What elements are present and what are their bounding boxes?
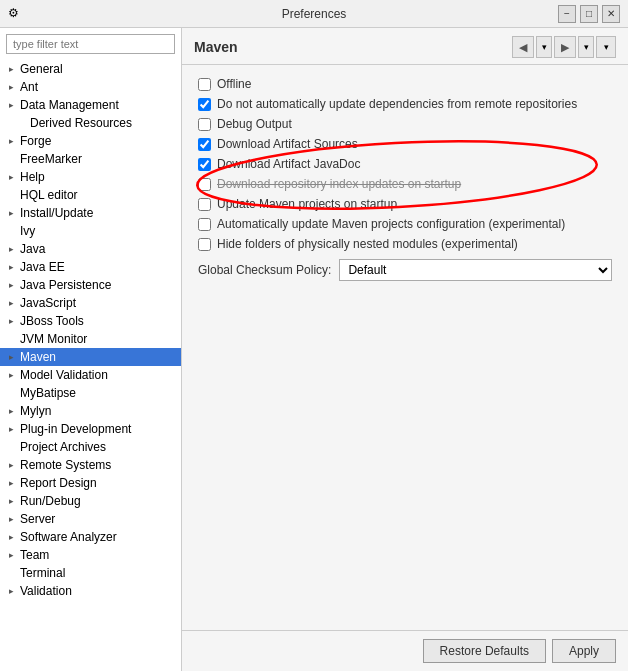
- sidebar-item-label-javascript: JavaScript: [18, 296, 76, 310]
- sidebar-item-maven[interactable]: Maven: [0, 348, 181, 366]
- sidebar-item-label-freemarker: FreeMarker: [18, 152, 82, 166]
- sidebar-item-help[interactable]: Help: [0, 168, 181, 186]
- tree-arrow-java: [4, 242, 18, 256]
- sidebar-item-label-remote-systems: Remote Systems: [18, 458, 111, 472]
- checksum-select[interactable]: DefaultFailIgnoreWarn: [339, 259, 612, 281]
- checkbox-update-maven[interactable]: [198, 198, 211, 211]
- tree-arrow-derived-resources: [14, 116, 28, 130]
- checkbox-label-update-maven[interactable]: Update Maven projects on startup: [217, 197, 397, 211]
- sidebar-item-terminal[interactable]: Terminal: [0, 564, 181, 582]
- maximize-button[interactable]: □: [580, 5, 598, 23]
- tree-arrow-team: [4, 548, 18, 562]
- checkbox-label-download-sources[interactable]: Download Artifact Sources: [217, 137, 358, 151]
- sidebar-item-team[interactable]: Team: [0, 546, 181, 564]
- sidebar-item-java[interactable]: Java: [0, 240, 181, 258]
- content-panel: Maven ◀ ▾ ▶ ▾ ▾ OfflineDo not automatica…: [182, 28, 628, 671]
- sidebar-item-javascript[interactable]: JavaScript: [0, 294, 181, 312]
- tree-arrow-run-debug: [4, 494, 18, 508]
- panel-toolbar: ◀ ▾ ▶ ▾ ▾: [512, 36, 616, 58]
- toolbar-menu-dropdown[interactable]: ▾: [596, 36, 616, 58]
- checkbox-download-sources[interactable]: [198, 138, 211, 151]
- sidebar-item-ant[interactable]: Ant: [0, 78, 181, 96]
- sidebar-item-run-debug[interactable]: Run/Debug: [0, 492, 181, 510]
- sidebar-item-remote-systems[interactable]: Remote Systems: [0, 456, 181, 474]
- tree-container: GeneralAntData ManagementDerived Resourc…: [0, 60, 181, 671]
- sidebar-item-project-archives[interactable]: Project Archives: [0, 438, 181, 456]
- apply-button[interactable]: Apply: [552, 639, 616, 663]
- sidebar-item-label-model-validation: Model Validation: [18, 368, 108, 382]
- tree-arrow-forge: [4, 134, 18, 148]
- checkbox-debug-output[interactable]: [198, 118, 211, 131]
- sidebar-item-java-ee[interactable]: Java EE: [0, 258, 181, 276]
- sidebar-item-plugin-development[interactable]: Plug-in Development: [0, 420, 181, 438]
- checkbox-label-download-index[interactable]: Download repository index updates on sta…: [217, 177, 461, 191]
- sidebar-item-server[interactable]: Server: [0, 510, 181, 528]
- checkbox-no-auto-update[interactable]: [198, 98, 211, 111]
- tree-arrow-remote-systems: [4, 458, 18, 472]
- minimize-button[interactable]: −: [558, 5, 576, 23]
- sidebar-item-label-java-persistence: Java Persistence: [18, 278, 111, 292]
- sidebar-item-label-run-debug: Run/Debug: [18, 494, 81, 508]
- panel-content: OfflineDo not automatically update depen…: [182, 65, 628, 630]
- toolbar-back-dropdown[interactable]: ▾: [536, 36, 552, 58]
- sidebar-item-java-persistence[interactable]: Java Persistence: [0, 276, 181, 294]
- sidebar-item-validation[interactable]: Validation: [0, 582, 181, 600]
- sidebar-item-label-maven: Maven: [18, 350, 56, 364]
- sidebar-item-report-design[interactable]: Report Design: [0, 474, 181, 492]
- app-icon: ⚙: [8, 6, 24, 22]
- sidebar-item-label-server: Server: [18, 512, 55, 526]
- checkbox-hide-nested[interactable]: [198, 238, 211, 251]
- tree-arrow-plugin-development: [4, 422, 18, 436]
- toolbar-forward-btn[interactable]: ▶: [554, 36, 576, 58]
- title-bar-left: ⚙: [8, 6, 24, 22]
- window-title: Preferences: [0, 7, 628, 21]
- sidebar-item-jvm-monitor[interactable]: JVM Monitor: [0, 330, 181, 348]
- sidebar-item-forge[interactable]: Forge: [0, 132, 181, 150]
- sidebar-item-derived-resources[interactable]: Derived Resources: [0, 114, 181, 132]
- option-row-auto-update-config: Automatically update Maven projects conf…: [198, 217, 612, 231]
- sidebar-item-mylyn[interactable]: Mylyn: [0, 402, 181, 420]
- sidebar-item-install-update[interactable]: Install/Update: [0, 204, 181, 222]
- sidebar-item-hql-editor[interactable]: HQL editor: [0, 186, 181, 204]
- sidebar-item-data-management[interactable]: Data Management: [0, 96, 181, 114]
- restore-defaults-button[interactable]: Restore Defaults: [423, 639, 546, 663]
- sidebar-item-ivy[interactable]: Ivy: [0, 222, 181, 240]
- option-row-download-javadoc: Download Artifact JavaDoc: [198, 157, 612, 171]
- tree-arrow-javascript: [4, 296, 18, 310]
- close-button[interactable]: ✕: [602, 5, 620, 23]
- option-row-debug-output: Debug Output: [198, 117, 612, 131]
- sidebar: GeneralAntData ManagementDerived Resourc…: [0, 28, 182, 671]
- toolbar-back-btn[interactable]: ◀: [512, 36, 534, 58]
- checkbox-label-download-javadoc[interactable]: Download Artifact JavaDoc: [217, 157, 360, 171]
- tree-arrow-validation: [4, 584, 18, 598]
- sidebar-item-general[interactable]: General: [0, 60, 181, 78]
- panel-content-wrapper: OfflineDo not automatically update depen…: [182, 65, 628, 630]
- checkbox-label-debug-output[interactable]: Debug Output: [217, 117, 292, 131]
- tree-arrow-install-update: [4, 206, 18, 220]
- sidebar-item-freemarker[interactable]: FreeMarker: [0, 150, 181, 168]
- checkbox-offline[interactable]: [198, 78, 211, 91]
- option-row-download-index: Download repository index updates on sta…: [198, 177, 612, 191]
- checkbox-label-offline[interactable]: Offline: [217, 77, 251, 91]
- checkbox-label-hide-nested[interactable]: Hide folders of physically nested module…: [217, 237, 518, 251]
- title-bar-controls: − □ ✕: [558, 5, 620, 23]
- checkbox-download-javadoc[interactable]: [198, 158, 211, 171]
- toolbar-forward-dropdown[interactable]: ▾: [578, 36, 594, 58]
- checkbox-label-no-auto-update[interactable]: Do not automatically update dependencies…: [217, 97, 577, 111]
- sidebar-item-jboss-tools[interactable]: JBoss Tools: [0, 312, 181, 330]
- tree-arrow-data-management: [4, 98, 18, 112]
- sidebar-item-label-validation: Validation: [18, 584, 72, 598]
- panel-title: Maven: [194, 39, 238, 55]
- sidebar-item-mybatipse[interactable]: MyBatipse: [0, 384, 181, 402]
- checkbox-download-index[interactable]: [198, 178, 211, 191]
- sidebar-item-model-validation[interactable]: Model Validation: [0, 366, 181, 384]
- sidebar-item-software-analyzer[interactable]: Software Analyzer: [0, 528, 181, 546]
- sidebar-item-label-mylyn: Mylyn: [18, 404, 51, 418]
- sidebar-item-label-project-archives: Project Archives: [18, 440, 106, 454]
- checkbox-label-auto-update-config[interactable]: Automatically update Maven projects conf…: [217, 217, 565, 231]
- checkbox-auto-update-config[interactable]: [198, 218, 211, 231]
- sidebar-item-label-jboss-tools: JBoss Tools: [18, 314, 84, 328]
- tree-arrow-terminal: [4, 566, 18, 580]
- sidebar-item-label-plugin-development: Plug-in Development: [18, 422, 131, 436]
- filter-input[interactable]: [6, 34, 175, 54]
